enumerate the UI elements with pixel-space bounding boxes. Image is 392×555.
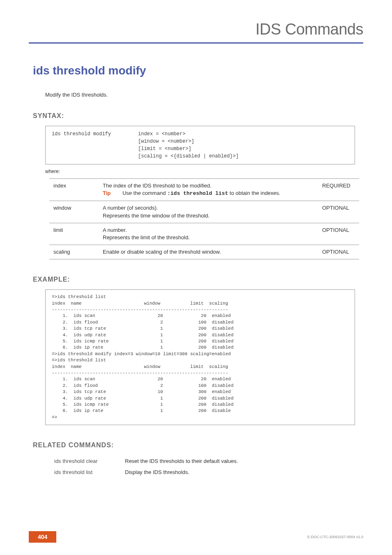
param-desc-line1: A number.	[103, 227, 127, 233]
param-desc: A number. Represents the limit of the th…	[99, 223, 318, 245]
related-row: ids threshold list Display the IDS thres…	[54, 467, 242, 477]
param-desc-line1: Enable or disable scaling of the thresho…	[103, 249, 221, 255]
page-footer: 404 E-DOC-CTC-20061027-0004 v1.0	[29, 531, 363, 543]
param-desc: Enable or disable scaling of the thresho…	[99, 245, 318, 259]
param-desc-line2: Represents the limit of the threshold.	[103, 234, 190, 240]
where-text: where:	[45, 169, 363, 174]
syntax-cmd: ids threshold modify	[52, 130, 138, 138]
param-desc-line1: A number (of seconds).	[103, 205, 158, 211]
syntax-arg-window: [window = <number>]	[138, 138, 194, 145]
related-desc: Reset the IDS thresholds to their defaul…	[125, 456, 242, 466]
param-name: window	[49, 201, 99, 223]
param-row-index: index The index of the IDS threshold to …	[49, 179, 359, 201]
related-row: ids threshold clear Reset the IDS thresh…	[54, 456, 242, 466]
param-desc-text: The index of the IDS threshold to be mod…	[103, 183, 212, 189]
related-cmd: ids threshold list	[54, 467, 124, 477]
syntax-arg-scaling: [scaling = <{disabled | enabled}>]	[138, 153, 239, 160]
syntax-arg-limit: [limit = <number>]	[138, 145, 191, 153]
tip-post: to obtain the indexes.	[228, 190, 280, 196]
syntax-heading: SYNTAX:	[33, 112, 363, 120]
example-box: =>ids threshold list index name window l…	[45, 289, 355, 425]
header-rule	[29, 42, 363, 44]
syntax-arg-index: index = <number>	[138, 130, 185, 138]
tip-code: :ids threshold list	[167, 190, 228, 197]
chapter-header: IDS Commands	[29, 21, 363, 38]
page-number: 404	[29, 531, 56, 543]
doc-id: E-DOC-CTC-20061027-0004 v1.0	[307, 535, 363, 539]
related-heading: RELATED COMMANDS:	[33, 442, 363, 449]
page-title: ids threshold modify	[33, 64, 363, 77]
param-req: OPTIONAL	[318, 223, 359, 245]
related-cmd: ids threshold clear	[54, 456, 124, 466]
param-desc-line2: Represents the time window of the thresh…	[103, 213, 210, 219]
syntax-pad	[52, 138, 138, 145]
param-table: index The index of the IDS threshold to …	[49, 178, 359, 259]
intro-text: Modify the IDS thresholds.	[45, 92, 363, 98]
param-row-limit: limit A number. Represents the limit of …	[49, 223, 359, 245]
param-desc: The index of the IDS threshold to be mod…	[99, 179, 318, 201]
syntax-box: ids threshold modify index = <number> [w…	[45, 126, 355, 164]
syntax-pad	[52, 145, 138, 153]
param-row-window: window A number (of seconds). Represents…	[49, 201, 359, 223]
param-req: OPTIONAL	[318, 201, 359, 223]
param-desc: A number (of seconds). Represents the ti…	[99, 201, 318, 223]
syntax-pad	[52, 153, 138, 160]
tip-pre: Use the command	[122, 190, 167, 196]
tip-label: Tip	[103, 190, 121, 196]
related-desc: Display the IDS thresholds.	[125, 467, 242, 477]
example-heading: EXAMPLE:	[33, 276, 363, 283]
param-row-scaling: scaling Enable or disable scaling of the…	[49, 245, 359, 259]
param-name: scaling	[49, 245, 99, 259]
related-commands-table: ids threshold clear Reset the IDS thresh…	[53, 455, 243, 478]
param-name: limit	[49, 223, 99, 245]
param-req: REQUIRED	[318, 179, 359, 201]
param-name: index	[49, 179, 99, 201]
param-req: OPTIONAL	[318, 245, 359, 259]
